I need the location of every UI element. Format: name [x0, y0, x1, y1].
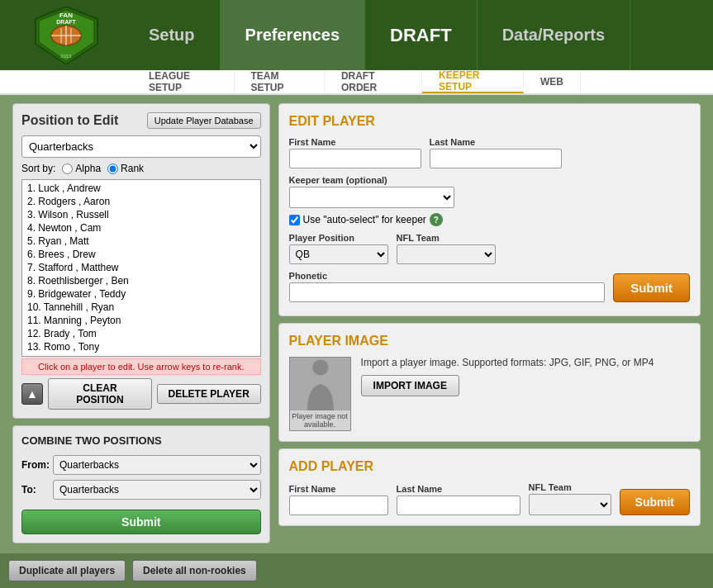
sub-nav-team-setup[interactable]: TEAM SETUP	[235, 70, 325, 93]
nav-tabs: Setup Preferences DRAFT Data/Reports	[124, 0, 705, 70]
name-fields-row: First Name Last Name	[289, 137, 690, 168]
update-db-button[interactable]: Update Player Database	[147, 112, 261, 129]
last-name-input[interactable]	[430, 149, 562, 168]
player-position-group: Player Position QB RB WR TE K	[289, 233, 388, 264]
help-icon[interactable]: ?	[430, 213, 443, 226]
add-player-submit-button[interactable]: Submit	[620, 489, 690, 515]
combine-to-row: To: Quarterbacks Running Backs Wide Rece…	[21, 480, 261, 500]
nav-tab-setup[interactable]: Setup	[124, 0, 221, 70]
import-image-button[interactable]: IMPORT IMAGE	[361, 375, 459, 396]
clear-position-button[interactable]: CLEAR POSITION	[48, 378, 152, 410]
auto-select-checkbox[interactable]	[289, 215, 300, 225]
edit-player-box: EDIT PLAYER First Name Last Name Keeper …	[278, 103, 701, 316]
image-info: Import a player image. Supported formats…	[361, 357, 690, 396]
add-player-fields: First Name Last Name NFL Team ARI ATL Su…	[289, 482, 690, 515]
delete-player-button[interactable]: DELETE PLAYER	[157, 384, 261, 404]
combine-title: COMBINE TWO POSITIONS	[21, 434, 261, 447]
duplicate-all-players-button[interactable]: Duplicate all players	[8, 560, 126, 581]
add-last-name-group: Last Name	[397, 484, 520, 515]
position-select-row: Quarterbacks Running Backs Wide Receiver…	[21, 135, 261, 158]
svg-text:FAN: FAN	[59, 12, 73, 19]
list-actions: ▲ CLEAR POSITION DELETE PLAYER	[21, 378, 261, 410]
position-nfl-row: Player Position QB RB WR TE K NFL Team A…	[289, 233, 690, 264]
first-name-group: First Name	[289, 137, 421, 168]
combine-to-select[interactable]: Quarterbacks Running Backs Wide Receiver…	[53, 480, 261, 500]
player-list-item[interactable]: 2. Rodgers , Aaron	[26, 195, 257, 208]
player-list-item[interactable]: 6. Brees , Drew	[26, 248, 257, 261]
sort-rank-radio[interactable]	[107, 164, 118, 174]
edit-player-submit-button[interactable]: Submit	[613, 273, 690, 302]
player-list-item[interactable]: 5. Ryan , Matt	[26, 235, 257, 248]
header: FAN DRAFT 2015 Setup Preferences DRAFT D…	[0, 0, 713, 70]
logo-area: FAN DRAFT 2015	[8, 7, 124, 64]
player-list-item[interactable]: 13. Romo , Tony	[26, 340, 257, 353]
player-list-item[interactable]: 9. Bridgewater , Teddy	[26, 287, 257, 301]
add-first-name-group: First Name	[289, 484, 388, 515]
nav-tab-preferences[interactable]: Preferences	[221, 0, 366, 70]
left-panel: Position to Edit Update Player Database …	[12, 103, 270, 545]
edit-player-title: EDIT PLAYER	[289, 114, 690, 129]
sub-nav-web[interactable]: WEB	[524, 70, 581, 93]
keeper-team-group: Keeper team (optional)	[289, 175, 690, 208]
position-edit-box: Position to Edit Update Player Database …	[12, 103, 270, 419]
player-image-content: Player image not available. Import a pla…	[289, 357, 690, 431]
add-player-box: ADD PLAYER First Name Last Name NFL Team…	[278, 448, 701, 526]
nav-tab-draft[interactable]: DRAFT	[365, 0, 478, 70]
sub-nav-league-setup[interactable]: LEAGUE SETUP	[132, 70, 235, 93]
combine-from-row: From: Quarterbacks Running Backs Wide Re…	[21, 455, 261, 475]
main-content: Position to Edit Update Player Database …	[0, 95, 713, 553]
combine-box: COMBINE TWO POSITIONS From: Quarterbacks…	[12, 425, 270, 543]
sort-alpha-radio[interactable]	[62, 164, 73, 174]
sub-nav: LEAGUE SETUP TEAM SETUP DRAFT ORDER KEEP…	[0, 70, 713, 95]
player-image-not-available: Player image not available.	[290, 410, 350, 430]
move-up-button[interactable]: ▲	[21, 383, 43, 405]
player-list-item[interactable]: 4. Newton , Cam	[26, 221, 257, 235]
sort-row: Sort by: Alpha Rank	[21, 163, 261, 174]
right-panel: EDIT PLAYER First Name Last Name Keeper …	[278, 103, 701, 545]
svg-text:DRAFT: DRAFT	[56, 19, 76, 25]
player-list-item[interactable]: 7. Stafford , Matthew	[26, 261, 257, 274]
combine-from-select[interactable]: Quarterbacks Running Backs Wide Receiver…	[53, 455, 261, 475]
sort-alpha-label[interactable]: Alpha	[62, 163, 101, 174]
player-list-item[interactable]: 3. Wilson , Russell	[26, 208, 257, 221]
svg-point-10	[312, 359, 328, 375]
auto-select-row: Use "auto-select" for keeper ?	[289, 213, 690, 226]
footer: Duplicate all players Delete all non-roo…	[0, 553, 713, 588]
add-nfl-team-group: NFL Team ARI ATL	[529, 482, 611, 515]
player-position-select[interactable]: QB RB WR TE K	[289, 244, 388, 264]
nfl-team-group: NFL Team ARI ATL BAL	[397, 233, 496, 264]
first-name-input[interactable]	[289, 149, 421, 168]
position-select[interactable]: Quarterbacks Running Backs Wide Receiver…	[21, 135, 261, 158]
phonetic-input[interactable]	[289, 282, 606, 302]
nav-tab-reports[interactable]: Data/Reports	[478, 0, 630, 70]
last-name-group: Last Name	[430, 137, 562, 168]
add-last-name-input[interactable]	[397, 496, 520, 515]
svg-text:2015: 2015	[60, 54, 72, 59]
nfl-team-select[interactable]: ARI ATL BAL	[397, 244, 496, 264]
sub-nav-draft-order[interactable]: DRAFT ORDER	[325, 70, 422, 93]
player-silhouette: Player image not available.	[289, 357, 351, 431]
position-edit-title: Position to Edit Update Player Database	[21, 112, 261, 129]
hint-bar: Click on a player to edit. Use arrow key…	[21, 358, 261, 375]
player-list-item[interactable]: 1. Luck , Andrew	[26, 182, 257, 195]
player-list-item[interactable]: 11. Manning , Peyton	[26, 314, 257, 327]
add-first-name-input[interactable]	[289, 496, 388, 515]
player-list-item[interactable]: 8. Roethlisberger , Ben	[26, 274, 257, 287]
phonetic-row: Phonetic Submit	[289, 271, 690, 302]
sub-nav-keeper-setup[interactable]: KEEPER SETUP	[422, 70, 524, 93]
sort-rank-label[interactable]: Rank	[107, 163, 144, 174]
player-list-item[interactable]: 12. Brady , Tom	[26, 327, 257, 340]
player-list[interactable]: 1. Luck , Andrew2. Rodgers , Aaron3. Wil…	[21, 179, 261, 357]
delete-non-rookies-button[interactable]: Delete all non-rookies	[132, 560, 257, 581]
combine-submit-button[interactable]: Submit	[21, 510, 261, 534]
phonetic-group: Phonetic	[289, 271, 606, 302]
add-player-title: ADD PLAYER	[289, 459, 690, 474]
player-image-box: PLAYER IMAGE Player image not available.…	[278, 323, 701, 442]
add-nfl-team-select[interactable]: ARI ATL	[529, 494, 611, 515]
keeper-team-select[interactable]	[289, 187, 454, 208]
player-image-title: PLAYER IMAGE	[289, 334, 690, 349]
player-list-item[interactable]: 10. Tannehill , Ryan	[26, 301, 257, 314]
